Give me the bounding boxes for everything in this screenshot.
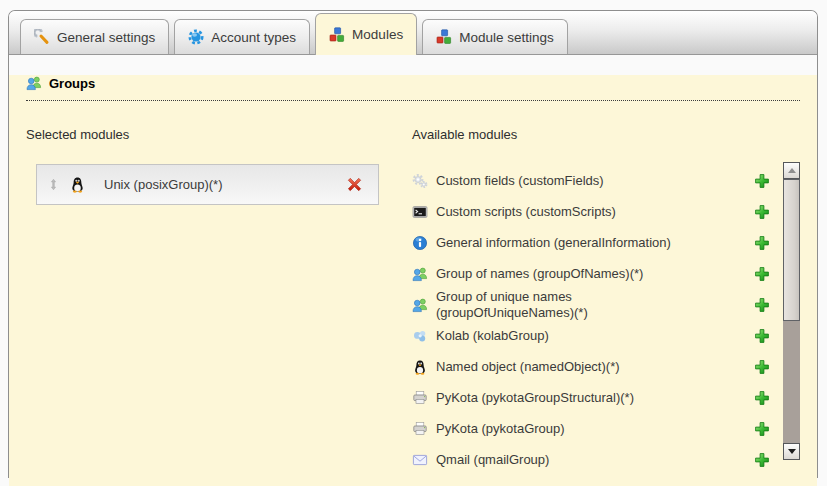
tab-account-types[interactable]: Account types [174, 19, 310, 54]
arrow-up-icon [788, 168, 796, 173]
add-module-button[interactable] [754, 359, 770, 375]
remove-module-button[interactable] [346, 176, 363, 193]
config-window: General settings Account types Modules M… [8, 10, 818, 478]
module-label: Custom scripts (customScripts) [436, 204, 698, 220]
list-item: Qmail (qmailGroup) [412, 445, 770, 476]
selected-module-label: Unix (posixGroup)(*) [104, 177, 222, 192]
available-modules-list: Custom fields (customFields) Custom scri… [412, 165, 800, 476]
list-item: Kolab (kolabGroup) [412, 321, 770, 352]
modules-tab-panel: Groups Selected modules Unix (posixGroup… [9, 75, 817, 486]
groups-section-heading: Groups [26, 75, 800, 101]
selected-modules-column: Selected modules Unix (posixGroup)(*) [26, 127, 380, 476]
module-label: PyKota (pykotaGroupStructural)(*) [436, 390, 698, 406]
list-item: PyKota (pykotaGroupStructural)(*) [412, 383, 770, 414]
list-item: Custom fields (customFields) [412, 165, 770, 196]
envelope-icon [412, 452, 428, 468]
tab-label: General settings [57, 30, 155, 45]
list-item: Custom scripts (customScripts) [412, 196, 770, 227]
module-label: General information (generalInformation) [436, 235, 698, 251]
people-icon [412, 297, 428, 313]
tab-label: Account types [211, 30, 296, 45]
arrow-down-icon [788, 449, 796, 454]
groups-icon [26, 75, 42, 91]
list-item: General information (generalInformation) [412, 227, 770, 258]
add-module-button[interactable] [754, 297, 770, 313]
tab-general-settings[interactable]: General settings [20, 19, 169, 54]
tux-icon [69, 176, 86, 193]
add-module-button[interactable] [754, 390, 770, 406]
wrench-icon [34, 29, 50, 45]
info-icon [412, 235, 428, 251]
list-item: PyKota (pykotaGroup) [412, 414, 770, 445]
add-module-button[interactable] [754, 173, 770, 189]
tux-icon [412, 359, 428, 375]
tab-modules[interactable]: Modules [315, 13, 417, 55]
module-label: Group of unique names (groupOfUniqueName… [436, 289, 698, 321]
tab-label: Modules [352, 27, 403, 42]
module-label: PyKota (pykotaGroup) [436, 421, 698, 437]
drag-handle-icon[interactable] [47, 178, 60, 191]
modules-icon [436, 29, 452, 45]
list-item: Named object (namedObject)(*) [412, 352, 770, 383]
people-icon [412, 266, 428, 282]
scroll-down-button[interactable] [783, 443, 800, 460]
add-module-button[interactable] [754, 452, 770, 468]
scroll-up-button[interactable] [783, 162, 800, 179]
add-module-button[interactable] [754, 328, 770, 344]
add-module-button[interactable] [754, 204, 770, 220]
available-modules-scrollbar[interactable] [783, 162, 800, 460]
selected-modules-heading: Selected modules [26, 127, 380, 143]
module-label: Kolab (kolabGroup) [436, 328, 698, 344]
module-label: Group of names (groupOfNames)(*) [436, 266, 698, 282]
tab-module-settings[interactable]: Module settings [422, 19, 568, 54]
available-modules-column: Available modules Custom fields (customF… [412, 127, 800, 476]
list-item: Group of unique names (groupOfUniqueName… [412, 289, 770, 321]
printer-icon [412, 421, 428, 437]
modules-columns: Selected modules Unix (posixGroup)(*) Av… [26, 127, 800, 476]
gears-icon [412, 173, 428, 189]
add-module-button[interactable] [754, 421, 770, 437]
scrollbar-thumb[interactable] [783, 179, 800, 321]
add-module-button[interactable] [754, 266, 770, 282]
printer-icon [412, 390, 428, 406]
add-module-button[interactable] [754, 235, 770, 251]
selected-module-row[interactable]: Unix (posixGroup)(*) [36, 164, 379, 205]
module-label: Named object (namedObject)(*) [436, 359, 698, 375]
tab-bar: General settings Account types Modules M… [9, 11, 817, 55]
module-label: Custom fields (customFields) [436, 173, 698, 189]
terminal-icon [412, 204, 428, 220]
tab-label: Module settings [459, 30, 554, 45]
list-item: Group of names (groupOfNames)(*) [412, 258, 770, 289]
module-label: Qmail (qmailGroup) [436, 452, 698, 468]
gear-icon [188, 29, 204, 45]
section-title: Groups [49, 76, 95, 91]
available-modules-heading: Available modules [412, 127, 800, 143]
modules-icon [329, 27, 345, 43]
kolab-icon [412, 328, 428, 344]
